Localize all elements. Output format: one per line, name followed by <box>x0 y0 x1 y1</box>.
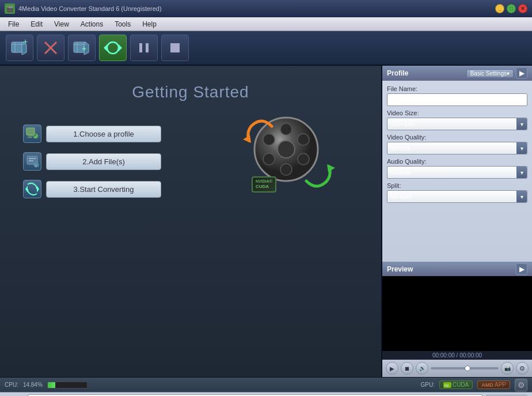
basic-settings-button[interactable]: Basic Settings▾ <box>466 69 514 78</box>
profile-dropdown[interactable]: iPod - H.264 Video ▾ <box>28 394 482 397</box>
preview-title: Preview <box>387 265 413 273</box>
convert-button[interactable] <box>99 35 127 61</box>
volume-thumb[interactable] <box>465 365 470 371</box>
video-size-arrow: ▾ <box>516 118 527 130</box>
cpu-bar-fill <box>48 382 56 388</box>
video-size-field-group: Video Size: 320×240 ▾ <box>387 110 527 130</box>
maximize-button[interactable]: □ <box>507 4 516 13</box>
menu-help[interactable]: Help <box>136 19 162 29</box>
remove-button[interactable] <box>37 35 64 61</box>
profile-panel-title: Profile <box>387 69 408 77</box>
settings-button[interactable]: ⚙ <box>515 379 527 391</box>
preview-video <box>382 276 532 351</box>
cpu-value: 14.84% <box>23 382 43 388</box>
file-name-input[interactable] <box>387 93 527 106</box>
amd-button[interactable]: AMD APP <box>477 380 510 389</box>
minimize-button[interactable]: _ <box>495 4 504 13</box>
file-name-label: File Name: <box>387 85 527 92</box>
preview-play-button[interactable]: ▶ <box>386 362 398 375</box>
stop-button[interactable] <box>161 35 189 61</box>
menu-edit[interactable]: Edit <box>25 19 48 29</box>
volume-slider[interactable] <box>431 367 499 369</box>
preview-time: 00:00:00 / 00:00:00 <box>382 351 532 360</box>
menu-bar: File Edit View Actions Tools Help <box>0 17 532 31</box>
profile-panel-header: Profile Basic Settings▾ ▶ <box>382 66 532 81</box>
settings-icon: ⚙ <box>518 380 525 390</box>
video-quality-dropdown[interactable]: Normal ▾ <box>387 142 527 154</box>
decoration-area: NVIDIA® CUDA <box>231 95 347 210</box>
title-bar: 🎬 4Media Video Converter Standard 6 (Unr… <box>0 0 532 17</box>
preview-stop-button[interactable]: ⏹ <box>401 362 413 375</box>
cuda-button[interactable]: nv CUDA <box>439 380 473 389</box>
video-size-dropdown[interactable]: 320×240 ▾ <box>387 118 527 130</box>
preview-screenshot-button[interactable]: 📷 <box>501 362 514 375</box>
video-size-label: Video Size: <box>387 110 527 116</box>
menu-tools[interactable]: Tools <box>109 19 136 29</box>
main-container: Getting Started ✓ 1.Choose a profile + 2… <box>0 66 532 377</box>
svg-rect-19 <box>28 137 32 138</box>
preview-volume-button[interactable]: 🔊 <box>416 362 428 375</box>
audio-quality-value: Normal <box>390 169 410 176</box>
menu-view[interactable]: View <box>48 19 75 29</box>
split-value: No Split <box>390 193 412 200</box>
content-area: Getting Started ✓ 1.Choose a profile + 2… <box>0 66 382 377</box>
window-controls: _ □ ✕ <box>495 4 527 13</box>
file-name-field-group: File Name: <box>387 85 527 106</box>
svg-rect-24 <box>29 160 33 161</box>
app-title: 4Media Video Converter Standard 6 (Unreg… <box>18 5 495 12</box>
amd-label: APP <box>495 382 506 388</box>
step2-label[interactable]: 2.Add File(s) <box>46 153 161 170</box>
svg-text:✓: ✓ <box>34 134 39 139</box>
gpu-label: GPU: <box>420 382 434 388</box>
step1-icon: ✓ <box>23 125 41 143</box>
add-video-button[interactable]: + <box>6 35 33 61</box>
svg-rect-17 <box>26 128 35 135</box>
app-icon: 🎬 <box>5 3 15 14</box>
step2-icon: + <box>23 152 41 171</box>
profile-expand-button[interactable]: ▶ <box>516 67 527 79</box>
svg-text:+: + <box>35 163 37 168</box>
svg-marker-28 <box>25 186 28 193</box>
svg-point-34 <box>298 134 309 145</box>
menu-file[interactable]: File <box>2 19 25 29</box>
arrow-left-icon <box>243 118 278 146</box>
menu-actions[interactable]: Actions <box>75 19 109 29</box>
right-panel: Profile Basic Settings▾ ▶ File Name: Vid… <box>382 66 532 377</box>
preview-section: Preview ▶ 00:00:00 / 00:00:00 ▶ ⏹ 🔊 📷 ⚙ <box>382 262 532 377</box>
pause-button[interactable] <box>130 35 158 61</box>
cpu-bar <box>47 382 88 389</box>
split-field-group: Split: No Split ▾ <box>387 182 527 203</box>
status-bar: CPU: 14.84% GPU: nv CUDA AMD APP ⚙ <box>0 377 532 392</box>
audio-quality-dropdown[interactable]: Normal ▾ <box>387 166 527 179</box>
video-size-value: 320×240 <box>390 120 415 127</box>
split-label: Split: <box>387 182 527 189</box>
split-dropdown[interactable]: No Split ▾ <box>387 190 527 203</box>
preview-expand-button[interactable]: ▶ <box>516 263 527 275</box>
step1-label[interactable]: 1.Choose a profile <box>46 126 161 142</box>
nvidia-icon: nv <box>443 382 451 388</box>
video-quality-arrow: ▾ <box>516 142 527 154</box>
profile-bar: Profile: iPod - H.264 Video ▾ Save As...… <box>0 392 532 396</box>
cuda-label: CUDA <box>453 382 469 388</box>
cpu-label: CPU: <box>5 382 18 388</box>
arrow-right-icon <box>301 161 335 190</box>
audio-quality-label: Audio Quality: <box>387 158 527 165</box>
step3-label[interactable]: 3.Start Converting <box>46 181 161 198</box>
svg-text:+: + <box>82 44 86 53</box>
svg-rect-16 <box>170 43 180 52</box>
svg-rect-18 <box>28 135 33 136</box>
svg-rect-14 <box>139 43 142 52</box>
svg-marker-13 <box>104 44 107 51</box>
svg-point-31 <box>280 123 292 135</box>
audio-quality-arrow: ▾ <box>516 167 527 178</box>
svg-point-32 <box>280 164 292 175</box>
svg-text:nv: nv <box>444 383 449 387</box>
preview-settings-button[interactable]: ⚙ <box>516 362 529 375</box>
video-quality-label: Video Quality: <box>387 134 527 141</box>
preview-header: Preview ▶ <box>382 262 532 276</box>
close-button[interactable]: ✕ <box>518 4 527 13</box>
split-arrow: ▾ <box>516 191 527 202</box>
svg-marker-27 <box>37 186 39 193</box>
cpu-bar-bg <box>55 382 86 388</box>
add-files-button[interactable]: + <box>68 35 96 61</box>
